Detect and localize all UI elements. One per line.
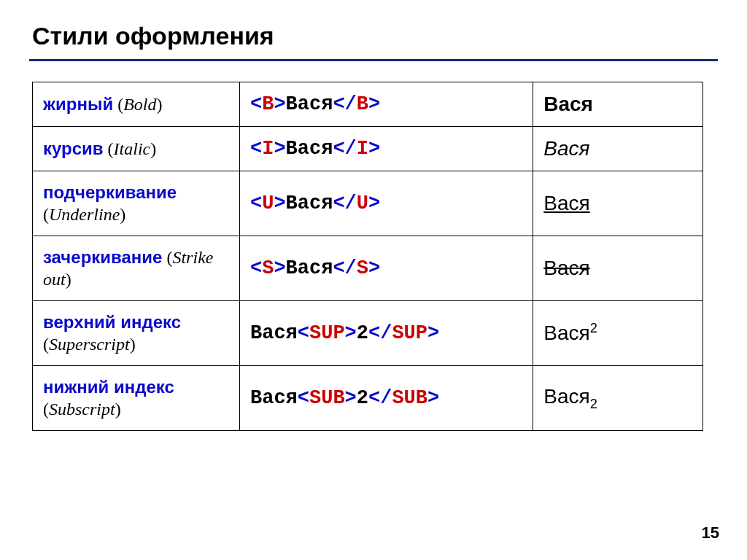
code-tag-open: B bbox=[262, 93, 274, 115]
render-cell: Вася2 bbox=[533, 366, 703, 431]
code-angle: < bbox=[333, 93, 344, 115]
code-angle: > bbox=[274, 257, 285, 279]
code-tag-close: S bbox=[357, 257, 368, 279]
desc-paren-close: ) bbox=[66, 270, 71, 289]
code-tag-close: SUB bbox=[392, 387, 427, 409]
render-base: Вася bbox=[543, 257, 589, 279]
code-angle: > bbox=[345, 322, 357, 344]
code-angle: > bbox=[368, 192, 380, 214]
code-inner: Вася bbox=[286, 257, 333, 279]
desc-cell: зачеркивание (Strike out) bbox=[33, 236, 240, 301]
desc-paren-open: ( bbox=[43, 400, 49, 419]
code-angle: < bbox=[368, 387, 380, 409]
render-base: Вася bbox=[543, 385, 589, 408]
code-slash: / bbox=[380, 387, 392, 409]
desc-en: Bold bbox=[123, 95, 156, 114]
code-angle: < bbox=[368, 322, 380, 344]
desc-cell: подчеркивание (Underline) bbox=[33, 171, 240, 236]
desc-paren-close: ) bbox=[130, 335, 136, 354]
render-cell: Вася bbox=[533, 82, 703, 127]
code-angle: > bbox=[368, 138, 380, 160]
desc-paren-open: ( bbox=[113, 95, 123, 114]
code-angle: < bbox=[333, 257, 344, 279]
render-base: Вася bbox=[543, 93, 593, 115]
slide-title: Стили оформления bbox=[32, 22, 718, 50]
code-tag-close: SUP bbox=[392, 322, 427, 344]
code-angle: < bbox=[298, 322, 309, 344]
code-slash: / bbox=[345, 257, 357, 279]
desc-en: Subscript bbox=[49, 400, 115, 419]
desc-cell: жирный (Bold) bbox=[33, 82, 240, 127]
table-row: зачеркивание (Strike out) <S>Вася</S> Ва… bbox=[33, 236, 703, 301]
code-tag-close: I bbox=[357, 138, 368, 160]
code-angle: > bbox=[274, 192, 285, 214]
render-script: 2 bbox=[590, 396, 597, 411]
code-tag-open: SUB bbox=[309, 387, 345, 409]
desc-ru: курсив bbox=[43, 139, 104, 158]
code-cell: Вася<SUP>2</SUP> bbox=[239, 301, 533, 366]
code-angle: < bbox=[250, 257, 262, 279]
code-angle: > bbox=[345, 387, 357, 409]
desc-en: Italic bbox=[114, 139, 151, 158]
title-rule bbox=[29, 59, 718, 61]
render-cell: Вася bbox=[533, 171, 703, 236]
desc-paren-open: ( bbox=[43, 205, 49, 224]
code-tag-close: U bbox=[357, 192, 368, 214]
render-cell: Вася bbox=[533, 127, 703, 171]
desc-paren-close: ) bbox=[120, 205, 125, 224]
table-row: курсив (Italic) <I>Вася</I> Вася bbox=[33, 127, 703, 171]
code-angle: < bbox=[333, 192, 344, 214]
desc-en: Superscript bbox=[49, 335, 130, 354]
desc-cell: курсив (Italic) bbox=[33, 127, 240, 171]
code-slash: / bbox=[345, 93, 357, 115]
code-cell: <S>Вася</S> bbox=[239, 236, 533, 301]
code-tag-open: I bbox=[262, 138, 274, 160]
desc-paren-close: ) bbox=[115, 400, 121, 419]
table-row: верхний индекс (Superscript) Вася<SUP>2<… bbox=[33, 301, 703, 366]
code-angle: > bbox=[274, 93, 285, 115]
code-angle: > bbox=[368, 93, 380, 115]
render-base: Вася bbox=[543, 322, 589, 345]
code-slash: / bbox=[380, 322, 392, 344]
code-cell: <B>Вася</B> bbox=[239, 82, 533, 127]
code-angle: < bbox=[333, 138, 344, 160]
render-base: Вася bbox=[543, 192, 589, 214]
code-inner: Вася bbox=[286, 93, 333, 115]
code-tag-open: U bbox=[262, 192, 274, 214]
code-inner: 2 bbox=[357, 322, 368, 344]
desc-en: Underline bbox=[49, 205, 120, 224]
code-angle: < bbox=[250, 93, 262, 115]
code-cell: <U>Вася</U> bbox=[239, 171, 533, 236]
desc-ru: зачеркивание bbox=[43, 247, 162, 267]
code-tag-open: S bbox=[262, 257, 274, 279]
desc-ru: верхний индекс bbox=[43, 312, 181, 332]
table-row: подчеркивание (Underline) <U>Вася</U> Ва… bbox=[33, 171, 703, 236]
code-angle: > bbox=[368, 257, 380, 279]
desc-paren-open: ( bbox=[104, 139, 114, 158]
slide: Стили оформления жирный (Bold) <B>Вася</… bbox=[0, 0, 747, 560]
desc-ru: нижний индекс bbox=[43, 377, 174, 397]
table-row: жирный (Bold) <B>Вася</B> Вася bbox=[33, 82, 703, 127]
code-angle: > bbox=[274, 138, 285, 160]
render-base: Вася bbox=[543, 137, 589, 160]
desc-cell: нижний индекс (Subscript) bbox=[33, 366, 240, 431]
code-angle: < bbox=[250, 192, 262, 214]
code-angle: > bbox=[427, 322, 439, 344]
code-cell: <I>Вася</I> bbox=[239, 127, 533, 171]
desc-paren-open: ( bbox=[43, 335, 49, 354]
render-cell: Вася2 bbox=[533, 301, 703, 366]
code-inner: Вася bbox=[286, 192, 333, 214]
desc-paren-open: ( bbox=[162, 248, 172, 267]
table-row: нижний индекс (Subscript) Вася<SUB>2</SU… bbox=[33, 366, 703, 431]
code-tag-open: SUP bbox=[309, 322, 345, 344]
code-cell: Вася<SUB>2</SUB> bbox=[239, 366, 533, 431]
desc-cell: верхний индекс (Superscript) bbox=[33, 301, 240, 366]
desc-ru: подчеркивание bbox=[43, 182, 177, 202]
code-inner: Вася bbox=[286, 138, 333, 160]
code-inner: 2 bbox=[357, 387, 368, 409]
render-cell: Вася bbox=[533, 236, 703, 301]
desc-paren-close: ) bbox=[150, 139, 156, 158]
code-slash: / bbox=[345, 192, 357, 214]
code-prefix: Вася bbox=[250, 387, 298, 409]
page-number: 15 bbox=[702, 524, 719, 542]
